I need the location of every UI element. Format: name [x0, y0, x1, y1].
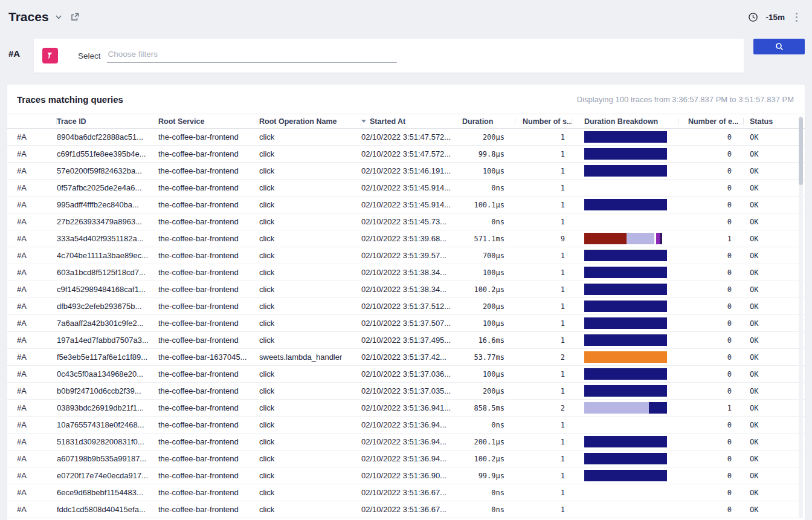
- row-trace-id[interactable]: c69f1d551fe8ee395b4e...: [57, 149, 158, 158]
- row-trace-id[interactable]: 03893bdc26919db21f1...: [57, 403, 158, 412]
- duration-breakdown-bar[interactable]: [584, 402, 667, 414]
- row-trace-id[interactable]: 10a765574318e0f2468...: [57, 420, 158, 429]
- row-trace-id[interactable]: 333a54d402f9351182a...: [57, 234, 158, 243]
- table-scrollbar[interactable]: [799, 116, 803, 518]
- duration-breakdown-bar[interactable]: [584, 504, 667, 515]
- row-trace-id[interactable]: a607198b9b535a99187...: [57, 454, 158, 463]
- row-trace-id[interactable]: e0720f17e74e0ecda917...: [57, 471, 158, 480]
- table-row[interactable]: #A 4c704be1111a3bae89ec... the-coffee-ba…: [7, 247, 805, 264]
- duration-breakdown-bar[interactable]: [584, 199, 667, 210]
- duration-breakdown-bar[interactable]: [584, 351, 667, 363]
- duration-breakdown-bar[interactable]: [584, 216, 667, 227]
- table-row[interactable]: #A 0c43c5f0aa134968e20... the-coffee-bar…: [7, 366, 805, 383]
- table-row[interactable]: #A 03893bdc26919db21f1... the-coffee-bar…: [7, 400, 805, 417]
- duration-breakdown-bar[interactable]: [584, 182, 667, 193]
- row-trace-id[interactable]: 7a6aaff2a42b301c9fe2...: [57, 319, 158, 328]
- duration-breakdown-bar[interactable]: [584, 334, 667, 346]
- table-row[interactable]: #A 0f57afbc2025de2e4a6... the-coffee-bar…: [7, 180, 805, 197]
- row-num-spans: 1: [515, 455, 572, 463]
- table-row[interactable]: #A 27b2263933479a8963... the-coffee-bar-…: [7, 213, 805, 230]
- duration-breakdown-bar[interactable]: [584, 453, 667, 464]
- table-row[interactable]: #A 333a54d402f9351182a... the-coffee-bar…: [7, 230, 805, 247]
- duration-breakdown-bar[interactable]: [584, 368, 667, 380]
- duration-breakdown-bar[interactable]: [584, 148, 667, 160]
- column-header-status[interactable]: Status: [744, 114, 805, 128]
- row-trace-id[interactable]: 197a14ed7fabbd7507a3...: [57, 336, 158, 345]
- duration-breakdown-bar[interactable]: [584, 250, 667, 261]
- table-row[interactable]: #A 995adff4fffb2ec840ba... the-coffee-ba…: [7, 197, 805, 213]
- filters-icon[interactable]: [42, 48, 58, 63]
- table-row[interactable]: #A 6ece9d68bebf1154483... the-coffee-bar…: [7, 484, 805, 501]
- table-row[interactable]: #A 57e0200f59f824632ba... the-coffee-bar…: [7, 163, 805, 180]
- table-row[interactable]: #A 51831d30928200831f0... the-coffee-bar…: [7, 434, 805, 450]
- duration-breakdown-bar[interactable]: [584, 317, 667, 329]
- duration-breakdown-bar[interactable]: [584, 233, 667, 244]
- table-row[interactable]: #A 603a1bcd8f5125f18cd7... the-coffee-ba…: [7, 264, 805, 281]
- row-breakdown-cell: [572, 317, 678, 329]
- kebab-menu-icon[interactable]: [792, 10, 801, 24]
- duration-breakdown-bar[interactable]: [584, 301, 667, 312]
- row-num-spans: 1: [515, 421, 572, 429]
- table-row[interactable]: #A e0720f17e74e0ecda917... the-coffee-ba…: [7, 467, 805, 484]
- duration-breakdown-bar[interactable]: [584, 470, 667, 481]
- export-icon[interactable]: [70, 12, 80, 22]
- row-query-label: #A: [17, 234, 57, 243]
- duration-breakdown-bar[interactable]: [584, 131, 667, 143]
- column-header-num-errors[interactable]: Number of e...: [678, 114, 744, 128]
- row-trace-id[interactable]: 8904ba6dcf22888ac51...: [57, 132, 158, 141]
- row-breakdown-cell: [572, 165, 678, 177]
- column-header-root-operation[interactable]: Root Operation Name: [259, 114, 361, 128]
- duration-breakdown-bar[interactable]: [584, 419, 667, 431]
- table-row[interactable]: #A c9f1452989484168caf1... the-coffee-ba…: [7, 281, 805, 298]
- duration-breakdown-bar[interactable]: [584, 165, 667, 177]
- table-row[interactable]: #A b0b9f24710d6ccb2f39... the-coffee-bar…: [7, 383, 805, 400]
- row-trace-id[interactable]: 995adff4fffb2ec840ba...: [57, 200, 158, 209]
- chevron-down-icon[interactable]: [54, 13, 63, 21]
- column-header-duration[interactable]: Duration: [462, 114, 515, 128]
- table-row[interactable]: #A fddc1cd5808d40415efa... the-coffee-ba…: [7, 501, 805, 518]
- column-header-root-service[interactable]: Root Service: [158, 114, 259, 128]
- table-row[interactable]: #A dfb493c2efeb293675b... the-coffee-bar…: [7, 298, 805, 315]
- column-header-query[interactable]: [17, 114, 57, 128]
- row-trace-id[interactable]: 51831d30928200831f0...: [57, 437, 158, 446]
- duration-breakdown-bar[interactable]: [584, 267, 667, 278]
- row-trace-id[interactable]: 4c704be1111a3bae89ec...: [57, 251, 158, 260]
- table-row[interactable]: #A 8904ba6dcf22888ac51... the-coffee-bar…: [7, 129, 805, 146]
- row-trace-id[interactable]: 0c43c5f0aa134968e20...: [57, 369, 158, 379]
- table-row[interactable]: #A a607198b9b535a99187... the-coffee-bar…: [7, 450, 805, 467]
- table-row[interactable]: #A f5e3eb5e117af6e1c1f89... the-coffee-b…: [7, 349, 805, 366]
- row-duration: 200µs: [462, 133, 515, 141]
- search-button[interactable]: [753, 39, 805, 54]
- duration-breakdown-bar[interactable]: [584, 385, 667, 397]
- row-started-at: 02/10/2022 3:51:39.57...: [361, 251, 462, 260]
- row-trace-id[interactable]: 27b2263933479a8963...: [57, 217, 158, 226]
- row-started-at: 02/10/2022 3:51:37.512...: [361, 302, 462, 311]
- row-trace-id[interactable]: dfb493c2efeb293675b...: [57, 302, 158, 311]
- row-trace-id[interactable]: b0b9f24710d6ccb2f39...: [57, 386, 158, 395]
- row-num-errors: 0: [678, 455, 744, 463]
- row-trace-id[interactable]: 0f57afbc2025de2e4a6...: [57, 183, 158, 192]
- row-trace-id[interactable]: 603a1bcd8f5125f18cd7...: [57, 268, 158, 277]
- time-range-label[interactable]: -15m: [765, 13, 785, 22]
- column-header-trace-id[interactable]: Trace ID: [57, 114, 158, 128]
- column-header-num-spans[interactable]: Number of s...: [515, 114, 572, 128]
- table-row[interactable]: #A 7a6aaff2a42b301c9fe2... the-coffee-ba…: [7, 315, 805, 332]
- row-trace-id[interactable]: 57e0200f59f824632ba...: [57, 166, 158, 175]
- row-trace-id[interactable]: c9f1452989484168caf1...: [57, 285, 158, 294]
- table-row[interactable]: #A 10a765574318e0f2468... the-coffee-bar…: [7, 417, 805, 434]
- clock-icon[interactable]: [748, 12, 758, 22]
- column-header-started-at[interactable]: Started At: [361, 114, 462, 128]
- row-trace-id[interactable]: 6ece9d68bebf1154483...: [57, 488, 158, 497]
- row-trace-id[interactable]: fddc1cd5808d40415efa...: [57, 505, 158, 514]
- table-row[interactable]: #A c69f1d551fe8ee395b4e... the-coffee-ba…: [7, 146, 805, 163]
- filter-input[interactable]: [107, 48, 397, 63]
- column-header-duration-breakdown[interactable]: Duration Breakdown: [572, 114, 678, 128]
- table-row[interactable]: #A 197a14ed7fabbd7507a3... the-coffee-ba…: [7, 332, 805, 349]
- duration-breakdown-bar[interactable]: [584, 284, 667, 295]
- row-query-label: #A: [17, 217, 57, 226]
- row-started-at: 02/10/2022 3:51:45.73...: [361, 217, 462, 226]
- scrollbar-thumb[interactable]: [799, 117, 803, 185]
- duration-breakdown-bar[interactable]: [584, 436, 667, 447]
- row-trace-id[interactable]: f5e3eb5e117af6e1c1f89...: [57, 353, 158, 362]
- duration-breakdown-bar[interactable]: [584, 487, 667, 498]
